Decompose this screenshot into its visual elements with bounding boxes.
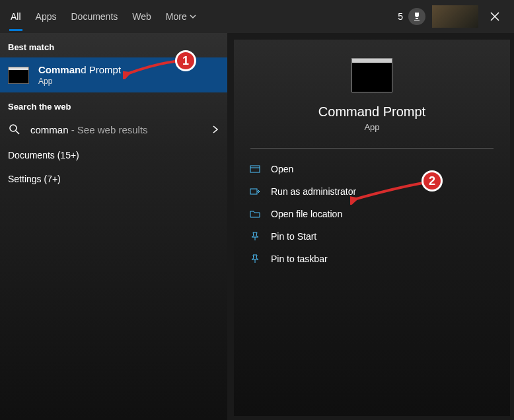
account-avatar[interactable] (432, 5, 478, 28)
tab-apps[interactable]: Apps (34, 2, 58, 31)
tab-all[interactable]: All (9, 2, 22, 31)
search-web-header: Search the web (0, 92, 227, 117)
tab-more-label: More (166, 11, 187, 22)
tab-more[interactable]: More (165, 2, 198, 31)
search-icon (8, 123, 21, 135)
command-prompt-icon-large (351, 58, 392, 92)
close-icon (490, 12, 499, 21)
divider (250, 148, 494, 149)
svg-rect-2 (250, 189, 257, 194)
close-button[interactable] (485, 7, 505, 26)
tab-web[interactable]: Web (131, 2, 153, 31)
svg-rect-1 (250, 166, 260, 172)
chevron-down-icon (190, 13, 196, 20)
annotation-arrow-1 (123, 57, 182, 79)
action-open[interactable]: Open (246, 158, 498, 180)
command-prompt-icon (8, 67, 29, 84)
action-run-admin-label: Run as administrator (271, 186, 356, 197)
search-scope-tabs: All Apps Documents Web More (9, 2, 198, 31)
pin-taskbar-icon (250, 254, 260, 264)
action-pin-to-taskbar[interactable]: Pin to taskbar (246, 248, 498, 270)
annotation-badge-1: 1 (175, 50, 196, 71)
results-panel: Best match Command Prompt App Search the… (0, 33, 227, 420)
top-right-controls: 5 (398, 5, 505, 28)
top-bar: All Apps Documents Web More 5 (0, 0, 514, 33)
actions-list: Open Run as administrator Open file loca… (234, 158, 510, 270)
action-pin-to-start[interactable]: Pin to Start (246, 225, 498, 248)
action-open-label: Open (271, 164, 293, 174)
category-documents[interactable]: Documents (15+) (0, 142, 227, 166)
annotation-badge-2: 2 (422, 170, 443, 192)
rewards-indicator[interactable]: 5 (398, 8, 425, 25)
result-title: Command Prompt (38, 64, 121, 75)
admin-icon (250, 186, 260, 197)
trophy-icon (408, 8, 425, 25)
web-search-result[interactable]: comman - See web results (0, 117, 227, 142)
action-open-file-location[interactable]: Open file location (246, 203, 498, 225)
chevron-right-icon (211, 125, 219, 133)
action-pin-taskbar-label: Pin to taskbar (271, 254, 328, 264)
pin-start-icon (250, 231, 260, 242)
open-icon (250, 164, 260, 174)
svg-point-0 (10, 125, 17, 131)
web-search-text: comman - See web results (30, 124, 148, 135)
detail-title: Command Prompt (318, 104, 425, 120)
result-subtitle: App (38, 77, 121, 86)
rewards-count: 5 (398, 11, 403, 22)
annotation-arrow-2 (350, 178, 429, 205)
main-area: Best match Command Prompt App Search the… (0, 33, 514, 420)
detail-panel: Command Prompt App Open Run as administr… (234, 40, 510, 416)
category-settings[interactable]: Settings (7+) (0, 166, 227, 190)
detail-subtitle: App (364, 122, 379, 132)
action-pin-start-label: Pin to Start (271, 231, 316, 242)
action-open-loc-label: Open file location (271, 209, 342, 219)
tab-documents[interactable]: Documents (69, 2, 119, 31)
folder-icon (250, 209, 260, 219)
